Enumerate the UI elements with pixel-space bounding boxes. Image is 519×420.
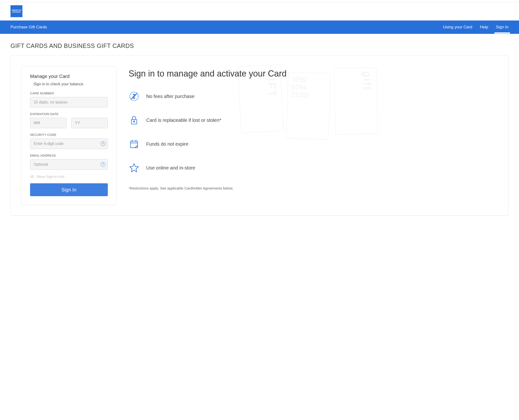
nav-help[interactable]: Help bbox=[480, 21, 488, 33]
card-number-input[interactable] bbox=[30, 97, 108, 107]
show-signin-info-label: Show Sign-in Info bbox=[36, 174, 64, 179]
logo-line1: AMERICAN bbox=[12, 9, 21, 11]
nav-bar: Purchase Gift Cards Using your Card Help… bbox=[0, 21, 519, 34]
amex-logo[interactable]: AMERICAN EXPRESS bbox=[10, 5, 23, 17]
benefit-online-instore: Use online and in-store bbox=[129, 162, 498, 173]
email-help-icon[interactable]: ? bbox=[101, 162, 106, 167]
form-subtitle: Sign in to check your balance bbox=[33, 82, 108, 86]
info-title: Sign in to manage and activate your Card bbox=[129, 68, 498, 79]
form-heading: Manage your Card bbox=[30, 74, 108, 79]
security-code-input[interactable] bbox=[30, 138, 108, 149]
expiration-month-input[interactable] bbox=[30, 118, 67, 128]
show-signin-info-toggle[interactable]: Show Sign-in Info bbox=[30, 174, 108, 179]
nav-sign-in[interactable]: Sign In bbox=[496, 21, 509, 33]
benefit-no-expire: Funds do not expire bbox=[129, 138, 498, 150]
calendar-icon bbox=[129, 138, 139, 150]
benefit-text: Funds do not expire bbox=[146, 141, 188, 147]
logo-line2: EXPRESS bbox=[12, 11, 21, 13]
no-fees-icon bbox=[129, 91, 139, 102]
lock-icon bbox=[129, 115, 139, 126]
eye-icon bbox=[30, 175, 34, 178]
card-number-label: CARD NUMBER bbox=[30, 91, 108, 95]
email-label: EMAIL ADDRESS bbox=[30, 154, 108, 157]
logo-bar: AMERICAN EXPRESS bbox=[0, 2, 519, 21]
security-code-label: SECURITY CODE bbox=[30, 133, 108, 137]
star-icon bbox=[129, 162, 139, 173]
page-title: GIFT CARDS AND BUSINESS GIFT CARDS bbox=[0, 34, 519, 56]
svg-point-4 bbox=[134, 121, 135, 122]
benefit-replaceable: Card is replaceable if lost or stolen* bbox=[129, 115, 498, 126]
top-strip bbox=[0, 0, 519, 2]
expiration-label: EXPIRATION DATE bbox=[30, 112, 108, 116]
benefit-text: No fees after purchase bbox=[146, 94, 194, 99]
info-panel: Sign in to manage and activate your Card… bbox=[129, 66, 498, 205]
nav-purchase-gift-cards[interactable]: Purchase Gift Cards bbox=[10, 25, 47, 30]
sign-in-button[interactable]: Sign In bbox=[30, 183, 108, 196]
nav-right: Using your Card Help Sign In bbox=[443, 21, 509, 33]
main-container: GIFT 3759875421001 gift Manage your Card… bbox=[10, 56, 509, 216]
security-help-icon[interactable]: ? bbox=[101, 141, 106, 146]
expiration-year-input[interactable] bbox=[71, 118, 108, 128]
disclaimer-text: *Restrictions apply. See applicable Card… bbox=[129, 186, 498, 190]
nav-using-your-card[interactable]: Using your Card bbox=[443, 21, 472, 33]
email-input[interactable] bbox=[30, 159, 108, 170]
benefit-text: Use online and in-store bbox=[146, 165, 195, 171]
benefit-text: Card is replaceable if lost or stolen* bbox=[146, 118, 221, 123]
benefit-no-fees: No fees after purchase bbox=[129, 91, 498, 102]
svg-point-0 bbox=[31, 176, 33, 177]
manage-card-panel: Manage your Card Sign in to check your b… bbox=[21, 66, 117, 205]
